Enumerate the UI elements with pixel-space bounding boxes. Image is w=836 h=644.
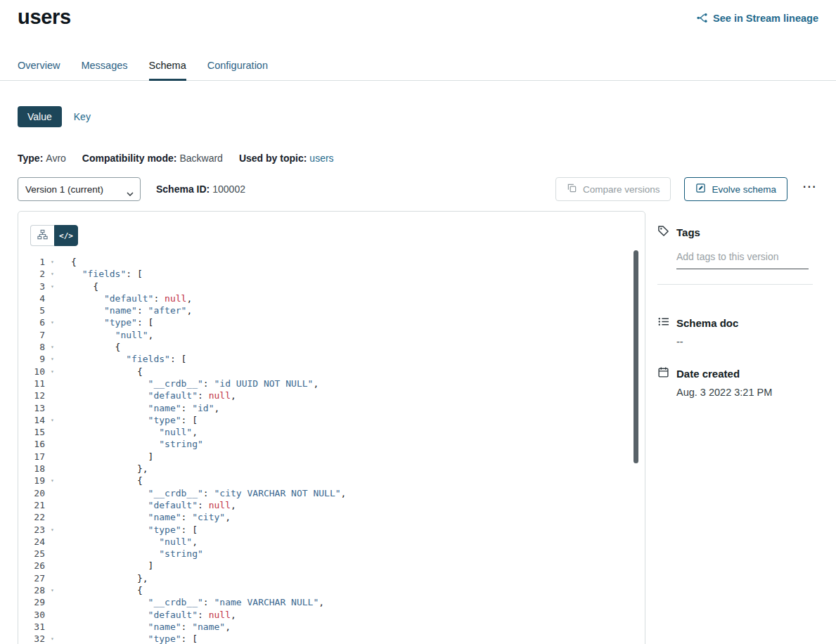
code-line: 10▾ {: [18, 366, 645, 378]
schema-doc-title: Schema doc: [676, 317, 738, 329]
line-number: 24: [18, 536, 45, 548]
line-number: 10: [18, 366, 45, 378]
line-number: 18: [18, 463, 45, 475]
schema-main: </> 1▾{2▾ "fields": [3▾ {4 "default": nu…: [18, 211, 818, 644]
code-text: {: [56, 256, 77, 268]
line-number: 1: [18, 256, 45, 268]
line-number: 6: [18, 316, 45, 328]
code-text: "__crdb__": "name VARCHAR NULL",: [56, 596, 324, 608]
code-text: "type": [: [56, 633, 198, 644]
code-view-button[interactable]: </>: [54, 225, 78, 246]
compare-versions-button[interactable]: Compare versions: [555, 177, 671, 201]
fold-toggle-icon[interactable]: ▾: [45, 366, 56, 378]
tags-heading: Tags: [657, 225, 818, 239]
code-line: 23▾ "type": [: [18, 524, 645, 536]
line-number: 2: [18, 268, 45, 280]
schema-page: users See in Stream lineage Overview Mes…: [0, 0, 836, 644]
code-line: 2▾ "fields": [: [18, 268, 645, 280]
fold-toggle-icon[interactable]: ▾: [45, 341, 56, 353]
code-text: "null",: [56, 426, 198, 438]
code-text: {: [56, 366, 143, 378]
line-number: 31: [18, 621, 45, 633]
stream-lineage-icon: [696, 12, 708, 24]
code-text: },: [56, 572, 148, 584]
code-line: 28▾ {: [18, 584, 645, 596]
edit-icon: [695, 183, 706, 195]
line-number: 17: [18, 451, 45, 463]
code-line: 16 "string": [18, 438, 645, 450]
evolve-schema-button[interactable]: Evolve schema: [684, 177, 787, 201]
fold-toggle-icon: [45, 292, 56, 304]
fold-toggle-icon[interactable]: ▾: [45, 316, 56, 328]
fold-toggle-icon: [45, 499, 56, 511]
fold-toggle-icon: [45, 451, 56, 463]
code-text: {: [56, 475, 143, 487]
tab-overview[interactable]: Overview: [18, 60, 60, 80]
fold-toggle-icon[interactable]: ▾: [45, 633, 56, 644]
fold-toggle-icon: [45, 378, 56, 389]
code-text: {: [56, 281, 98, 292]
code-text: "type": [: [56, 316, 153, 328]
code-line: 24 "null",: [18, 536, 645, 548]
key-toggle-button[interactable]: Key: [62, 106, 103, 127]
code-line: 19▾ {: [18, 475, 645, 487]
value-key-toggle: Value Key: [18, 106, 818, 127]
code-line: 26 ]: [18, 560, 645, 572]
tab-bar: Overview Messages Schema Configuration: [0, 60, 836, 81]
tab-schema[interactable]: Schema: [149, 60, 186, 80]
fold-toggle-icon: [45, 548, 56, 560]
line-number: 14: [18, 414, 45, 426]
type-value: Avro: [46, 153, 66, 164]
code-line: 22 "name": "city",: [18, 511, 645, 523]
tree-view-button[interactable]: [30, 225, 54, 246]
line-number: 25: [18, 548, 45, 560]
schema-editor-panel: </> 1▾{2▾ "fields": [3▾ {4 "default": nu…: [18, 211, 645, 644]
line-number: 22: [18, 511, 45, 523]
fold-toggle-icon[interactable]: ▾: [45, 414, 56, 426]
topic-link[interactable]: users: [309, 153, 333, 164]
editor-scrollbar[interactable]: [634, 250, 638, 463]
code-line: 31 "name": "name",: [18, 621, 645, 633]
code-text: "fields": [: [56, 268, 143, 280]
code-line: 20 "__crdb__": "city VARCHAR NOT NULL",: [18, 487, 645, 499]
fold-toggle-icon[interactable]: ▾: [45, 475, 56, 487]
date-created-heading: Date created: [657, 366, 818, 380]
code-text: "null",: [56, 329, 153, 341]
fold-toggle-icon: [45, 609, 56, 621]
version-select[interactable]: Version 1 (current): [18, 177, 141, 201]
fold-toggle-icon[interactable]: ▾: [45, 281, 56, 292]
compare-versions-label: Compare versions: [583, 184, 660, 195]
topic-meta: Used by topic:users: [239, 153, 334, 164]
more-actions-button[interactable]: ⋯: [801, 183, 818, 195]
code-line: 14▾ "type": [: [18, 414, 645, 426]
fold-toggle-icon[interactable]: ▾: [45, 353, 56, 365]
fold-toggle-icon[interactable]: ▾: [45, 524, 56, 536]
fold-toggle-icon: [45, 402, 56, 414]
code-line: 27 },: [18, 572, 645, 584]
fold-toggle-icon: [45, 536, 56, 548]
code-text: {: [56, 341, 120, 353]
line-number: 28: [18, 584, 45, 596]
tags-section: Tags: [657, 225, 818, 285]
tab-configuration[interactable]: Configuration: [207, 60, 268, 80]
tab-messages[interactable]: Messages: [81, 60, 127, 80]
code-line: 17 ]: [18, 451, 645, 463]
fold-toggle-icon[interactable]: ▾: [45, 256, 56, 268]
fold-toggle-icon[interactable]: ▾: [45, 584, 56, 596]
fold-toggle-icon[interactable]: ▾: [45, 268, 56, 280]
date-created-section: Date created Aug. 3 2022 3:21 PM: [657, 366, 818, 398]
schema-controls-row: Version 1 (current) Schema ID:100002 Com…: [18, 177, 818, 201]
stream-lineage-label: See in Stream lineage: [713, 13, 818, 24]
line-number: 16: [18, 438, 45, 450]
code-line: 12 "default": null,: [18, 389, 645, 401]
stream-lineage-link[interactable]: See in Stream lineage: [696, 12, 818, 24]
schema-doc-value: --: [676, 336, 818, 347]
code-text: "null",: [56, 536, 198, 548]
value-toggle-button[interactable]: Value: [18, 106, 62, 127]
code-text: "fields": [: [56, 353, 186, 365]
version-select-wrapper: Version 1 (current): [18, 177, 141, 201]
tags-input[interactable]: [676, 250, 809, 269]
code-line: 11 "__crdb__": "id UUID NOT NULL",: [18, 378, 645, 389]
line-number: 9: [18, 353, 45, 365]
line-number: 29: [18, 596, 45, 608]
